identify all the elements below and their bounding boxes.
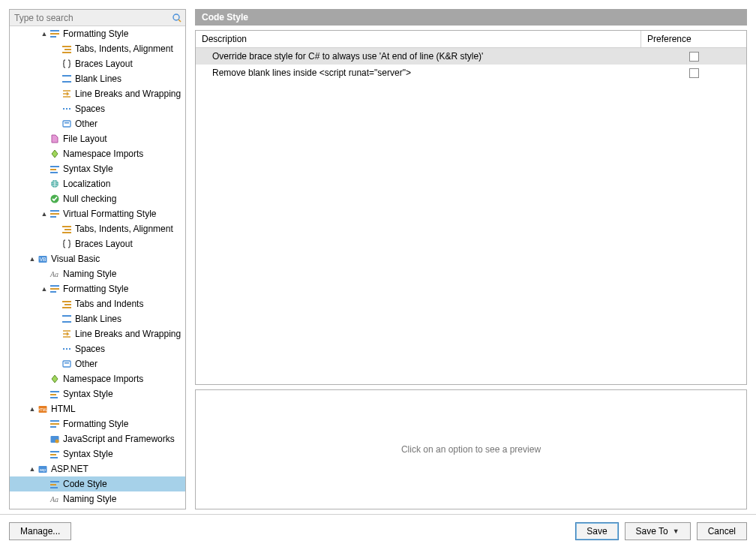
svg-rect-31 (50, 291, 56, 293)
search-icon[interactable] (169, 10, 185, 26)
search-input[interactable] (10, 10, 169, 26)
tree-item[interactable]: Spaces (10, 101, 185, 116)
option-row[interactable]: Remove blank lines inside <script runat=… (196, 65, 746, 81)
svg-rect-34 (62, 307, 71, 308)
tree-item[interactable]: Blank Lines (10, 311, 185, 326)
svg-text:Aa: Aa (50, 270, 58, 278)
tree-item[interactable]: Code Style (10, 476, 185, 491)
tree-item[interactable]: Line Breaks and Wrapping (10, 86, 185, 101)
tree-item[interactable]: ▲Formatting Style (10, 281, 185, 296)
tree-item[interactable]: Namespace Imports (10, 146, 185, 161)
tree-item[interactable]: JavaScript and Frameworks (10, 431, 185, 446)
cancel-button[interactable]: Cancel (697, 522, 747, 540)
preference-checkbox[interactable] (689, 68, 699, 78)
chevron-down-icon: ▼ (673, 527, 680, 535)
namespace-icon (49, 373, 61, 385)
tree-item[interactable]: Other (10, 356, 185, 371)
tree-item-label: Line Breaks and Wrapping (75, 89, 181, 99)
expand-caret-icon[interactable]: ▲ (40, 30, 49, 38)
tree-item[interactable]: Syntax Style (10, 446, 185, 461)
svg-rect-37 (63, 348, 64, 350)
formattingstyle-icon (49, 283, 61, 295)
tree-item-label: Blank Lines (75, 314, 122, 324)
tree-item-label: Namespace Imports (63, 374, 143, 384)
svg-rect-42 (50, 391, 59, 392)
syntaxstyle-icon (49, 388, 61, 400)
svg-rect-3 (50, 33, 59, 35)
tree-item[interactable]: ▲HTMLHTML (10, 401, 185, 416)
option-preference-cell (641, 52, 746, 62)
settings-tree-scroll[interactable]: ▲Formatting StyleTabs, Indents, Alignmen… (10, 26, 185, 509)
save-to-button[interactable]: Save To ▼ (625, 522, 691, 540)
svg-rect-13 (63, 121, 70, 127)
svg-rect-38 (66, 348, 68, 350)
expand-caret-icon[interactable]: ▲ (28, 405, 37, 413)
options-table: Description Preference Override brace st… (195, 30, 747, 385)
linebreaks-icon (61, 328, 73, 340)
blanklines-icon (61, 73, 73, 85)
svg-rect-9 (62, 81, 71, 83)
svg-rect-47 (50, 420, 59, 422)
option-row[interactable]: Override brace style for C# to always us… (196, 48, 746, 65)
tree-item[interactable]: Localization (10, 176, 185, 191)
save-button[interactable]: Save (575, 522, 618, 540)
tree-item[interactable]: Spaces (10, 341, 185, 356)
manage-button[interactable]: Manage... (9, 522, 71, 540)
svg-rect-25 (62, 232, 71, 233)
svg-rect-30 (50, 288, 59, 290)
expand-caret-icon[interactable]: ▲ (28, 465, 37, 473)
tree-item[interactable]: Blank Lines (10, 71, 185, 86)
tree-item[interactable]: Null checking (10, 191, 185, 206)
blanklines-icon (61, 313, 73, 325)
svg-rect-17 (50, 172, 58, 173)
svg-rect-14 (64, 122, 69, 124)
tree-item[interactable]: Other (10, 116, 185, 131)
svg-rect-10 (63, 108, 64, 110)
svg-rect-4 (50, 36, 56, 38)
formattingstyle-icon (49, 208, 61, 220)
tree-item[interactable]: Tabs, Indents, Alignment (10, 221, 185, 236)
namespace-icon (49, 148, 61, 160)
svg-rect-21 (50, 213, 59, 215)
expand-caret-icon[interactable]: ▲ (28, 255, 37, 263)
preference-checkbox[interactable] (689, 52, 699, 62)
tree-item[interactable]: AaNaming Style (10, 266, 185, 281)
tree-item[interactable]: Tabs, Indents, Alignment (10, 41, 185, 56)
tree-item[interactable]: Tabs and Indents (10, 296, 185, 311)
svg-rect-49 (50, 426, 56, 428)
other-icon (61, 118, 73, 130)
localization-icon (49, 178, 61, 190)
expand-caret-icon[interactable]: ▲ (40, 210, 49, 218)
visualbasic-icon: VB (37, 253, 49, 265)
html-icon: HTML (37, 403, 49, 415)
tree-item[interactable]: ▲VBVisual Basic (10, 251, 185, 266)
tree-item[interactable]: ▲Virtual Formatting Style (10, 206, 185, 221)
tree-item[interactable]: Namespace Imports (10, 371, 185, 386)
svg-rect-33 (64, 304, 71, 305)
svg-rect-44 (50, 397, 58, 398)
option-description: Remove blank lines inside <script runat=… (196, 68, 641, 78)
tree-item[interactable]: ▲aspASP.NET (10, 461, 185, 476)
column-description[interactable]: Description (196, 31, 641, 47)
tree-item[interactable]: Braces Layout (10, 56, 185, 71)
tree-item[interactable]: Braces Layout (10, 236, 185, 251)
tree-item[interactable]: Formatting Style (10, 416, 185, 431)
braces-icon (61, 238, 73, 250)
tree-item[interactable]: ▲Formatting Style (10, 26, 185, 41)
expand-caret-icon[interactable]: ▲ (40, 285, 49, 293)
svg-rect-15 (50, 166, 59, 167)
column-preference[interactable]: Preference (641, 31, 746, 47)
svg-rect-32 (62, 301, 71, 302)
svg-rect-23 (62, 226, 71, 227)
tree-item[interactable]: Syntax Style (10, 161, 185, 176)
tree-item[interactable]: File Layout (10, 131, 185, 146)
svg-rect-40 (63, 361, 70, 367)
spaces-icon (61, 103, 73, 115)
tree-item[interactable]: Line Breaks and Wrapping (10, 326, 185, 341)
filelayout-icon (49, 133, 61, 145)
tree-item[interactable]: AaNaming Style (10, 491, 185, 506)
tree-item-label: Blank Lines (75, 74, 122, 84)
panel-title: Code Style (195, 9, 747, 26)
tree-item[interactable]: Syntax Style (10, 386, 185, 401)
jsframeworks-icon (49, 433, 61, 445)
